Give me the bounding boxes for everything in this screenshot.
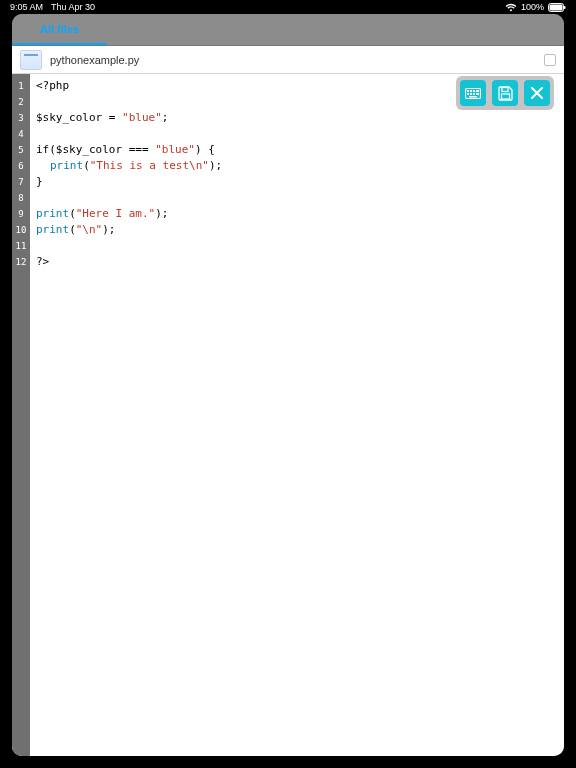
- code-line[interactable]: print("Here I am.");: [36, 206, 558, 222]
- battery-icon: [548, 3, 566, 12]
- keyboard-button[interactable]: [460, 80, 486, 106]
- status-battery: 100%: [521, 2, 544, 12]
- line-number: 9: [12, 206, 30, 222]
- code-token: );: [102, 223, 115, 236]
- code-token: "\n": [76, 223, 103, 236]
- line-number: 4: [12, 126, 30, 142]
- svg-rect-12: [469, 96, 477, 98]
- svg-rect-1: [550, 4, 563, 10]
- app-sheet: All files pythonexample.py 1234567891011…: [12, 14, 564, 756]
- code-token: }: [36, 175, 43, 188]
- svg-rect-10: [473, 93, 475, 95]
- status-left: 9:05 AM Thu Apr 30: [10, 2, 95, 12]
- close-button[interactable]: [524, 80, 550, 106]
- code-token: ?>: [36, 255, 49, 268]
- code-line[interactable]: [36, 190, 558, 206]
- svg-rect-9: [470, 93, 472, 95]
- code-token: ;: [162, 111, 169, 124]
- code-token: (: [69, 223, 76, 236]
- code-line[interactable]: print("This is a test\n");: [36, 158, 558, 174]
- code-line[interactable]: [36, 126, 558, 142]
- tab-label: All files: [40, 23, 79, 35]
- code-token: );: [209, 159, 222, 172]
- file-name-label: pythonexample.py: [50, 54, 139, 66]
- status-time: 9:05 AM: [10, 2, 43, 12]
- code-token: ) {: [195, 143, 215, 156]
- svg-rect-11: [476, 93, 479, 95]
- svg-rect-7: [476, 90, 479, 92]
- line-number: 6: [12, 158, 30, 174]
- code-token: "blue": [122, 111, 162, 124]
- keyboard-icon: [465, 88, 481, 99]
- code-token: (: [83, 159, 90, 172]
- line-number: 12: [12, 254, 30, 270]
- code-token: "This is a test\n": [90, 159, 209, 172]
- code-token: $sky_color =: [36, 111, 122, 124]
- code-token: print: [36, 207, 69, 220]
- code-token: "Here I am.": [76, 207, 155, 220]
- code-token: <?php: [36, 79, 69, 92]
- line-number: 2: [12, 94, 30, 110]
- svg-rect-13: [502, 87, 508, 91]
- close-icon: [530, 86, 544, 100]
- device-frame: 9:05 AM Thu Apr 30 100% All files python…: [0, 0, 576, 768]
- line-number: 7: [12, 174, 30, 190]
- svg-rect-4: [467, 90, 469, 92]
- editor-toolbar: [456, 76, 554, 110]
- file-row[interactable]: pythonexample.py: [12, 46, 564, 74]
- code-token: print: [36, 223, 69, 236]
- line-number: 11: [12, 238, 30, 254]
- line-number: 3: [12, 110, 30, 126]
- line-gutter: 123456789101112: [12, 74, 30, 756]
- svg-rect-14: [501, 94, 509, 99]
- code-line[interactable]: [36, 238, 558, 254]
- code-line[interactable]: if($sky_color === "blue") {: [36, 142, 558, 158]
- code-token: "blue": [155, 143, 195, 156]
- svg-rect-6: [473, 90, 475, 92]
- code-token: );: [155, 207, 168, 220]
- code-line[interactable]: print("\n");: [36, 222, 558, 238]
- save-button[interactable]: [492, 80, 518, 106]
- line-number: 1: [12, 78, 30, 94]
- code-area[interactable]: <?php$sky_color = "blue";if($sky_color =…: [30, 74, 564, 756]
- file-thumbnail-icon: [20, 50, 42, 70]
- tab-bar: All files: [12, 14, 564, 46]
- tab-all-files[interactable]: All files: [12, 14, 107, 45]
- code-line[interactable]: ?>: [36, 254, 558, 270]
- code-line[interactable]: $sky_color = "blue";: [36, 110, 558, 126]
- status-bar: 9:05 AM Thu Apr 30 100%: [0, 0, 576, 14]
- status-date: Thu Apr 30: [51, 2, 95, 12]
- code-token: print: [50, 159, 83, 172]
- wifi-icon: [505, 3, 517, 12]
- svg-rect-8: [467, 93, 469, 95]
- line-number: 10: [12, 222, 30, 238]
- code-token: if($sky_color ===: [36, 143, 155, 156]
- svg-rect-2: [564, 6, 566, 9]
- code-line[interactable]: }: [36, 174, 558, 190]
- file-checkbox[interactable]: [544, 54, 556, 66]
- status-right: 100%: [505, 2, 566, 12]
- code-token: (: [69, 207, 76, 220]
- line-number: 8: [12, 190, 30, 206]
- line-number: 5: [12, 142, 30, 158]
- svg-rect-5: [470, 90, 472, 92]
- code-editor[interactable]: 123456789101112 <?php$sky_color = "blue"…: [12, 74, 564, 756]
- save-icon: [498, 86, 513, 101]
